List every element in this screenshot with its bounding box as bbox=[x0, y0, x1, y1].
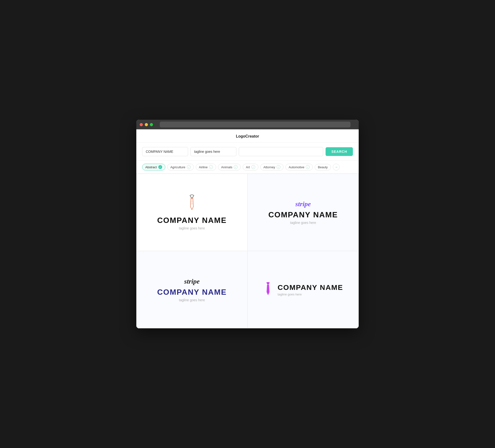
svg-marker-7 bbox=[267, 285, 270, 295]
stripe-logo-purple: stripe bbox=[295, 200, 311, 208]
company-name: COMPANY NAME bbox=[157, 216, 227, 225]
check-icon: ✓ bbox=[276, 165, 280, 169]
filter-label: Animals bbox=[221, 165, 232, 169]
logo-card-2[interactable]: stripe COMPANY NAME tagline goes here bbox=[248, 174, 359, 251]
minimize-button[interactable] bbox=[145, 123, 148, 126]
filter-label: Beauty bbox=[318, 165, 328, 169]
filter-label: Airline bbox=[199, 165, 208, 169]
filter-chip-agriculture[interactable]: Agriculture ✓ bbox=[167, 164, 194, 170]
app-content: LogoCreator SEARCH Abstract ✓ Agricultur… bbox=[136, 129, 359, 328]
check-icon: ✓ bbox=[158, 165, 162, 169]
filter-chip-beauty[interactable]: Beauty bbox=[315, 164, 331, 170]
tagline: tagline goes here bbox=[179, 298, 205, 302]
check-icon: ✓ bbox=[306, 165, 310, 169]
tagline: tagline goes here bbox=[277, 293, 343, 296]
company-name: COMPANY NAME bbox=[268, 210, 338, 219]
filter-bar: Abstract ✓ Agriculture ✓ Airline ✓ Anima… bbox=[136, 161, 359, 174]
filter-label: Abstract bbox=[145, 165, 157, 169]
next-filter-button[interactable]: → bbox=[333, 164, 340, 170]
maximize-button[interactable] bbox=[150, 123, 153, 126]
filter-chip-abstract[interactable]: Abstract ✓ bbox=[142, 164, 165, 170]
tagline: tagline goes here bbox=[179, 226, 205, 230]
filter-chip-automotive[interactable]: Automotive ✓ bbox=[286, 164, 313, 170]
company-name: COMPANY NAME bbox=[277, 283, 343, 292]
filter-chip-attorney[interactable]: Attorney ✓ bbox=[260, 164, 284, 170]
titlebar bbox=[136, 120, 359, 129]
search-bar: SEARCH bbox=[136, 143, 359, 161]
filter-label: Attorney bbox=[263, 165, 275, 169]
logo-card-3[interactable]: stripe COMPANY NAME tagline goes here bbox=[136, 251, 248, 328]
check-icon: ✓ bbox=[187, 165, 191, 169]
filter-label: Art bbox=[246, 165, 250, 169]
logo-card-1[interactable]: COMPANY NAME tagline goes here bbox=[136, 174, 248, 251]
filter-chip-animals[interactable]: Animals ✓ bbox=[218, 164, 241, 170]
check-icon: ✓ bbox=[209, 165, 213, 169]
stripe-logo-dark: stripe bbox=[184, 278, 200, 285]
tagline-input[interactable] bbox=[191, 147, 236, 156]
browser-window: LogoCreator SEARCH Abstract ✓ Agricultur… bbox=[136, 120, 359, 328]
filter-chip-art[interactable]: Art ✓ bbox=[243, 164, 258, 170]
filter-chip-airline[interactable]: Airline ✓ bbox=[196, 164, 216, 170]
close-button[interactable] bbox=[140, 123, 143, 126]
extra-input[interactable] bbox=[239, 147, 323, 156]
logo4-text: COMPANY NAME tagline goes here bbox=[277, 283, 343, 296]
check-icon: ✓ bbox=[251, 165, 255, 169]
tie-outlined-icon bbox=[185, 195, 199, 213]
app-header: LogoCreator bbox=[136, 129, 359, 143]
tie-purple-icon bbox=[263, 282, 273, 297]
url-bar[interactable] bbox=[160, 122, 350, 127]
logo-grid: COMPANY NAME tagline goes here stripe CO… bbox=[136, 174, 359, 328]
logo4-row: COMPANY NAME tagline goes here bbox=[263, 282, 343, 297]
filter-label: Agriculture bbox=[170, 165, 185, 169]
company-name-input[interactable] bbox=[142, 147, 188, 156]
check-icon: ✓ bbox=[234, 165, 238, 169]
app-title: LogoCreator bbox=[236, 134, 259, 138]
company-name: COMPANY NAME bbox=[157, 288, 227, 297]
logo-card-4[interactable]: COMPANY NAME tagline goes here bbox=[248, 251, 359, 328]
search-button[interactable]: SEARCH bbox=[326, 147, 353, 156]
tagline: tagline goes here bbox=[290, 221, 316, 224]
filter-label: Automotive bbox=[289, 165, 304, 169]
